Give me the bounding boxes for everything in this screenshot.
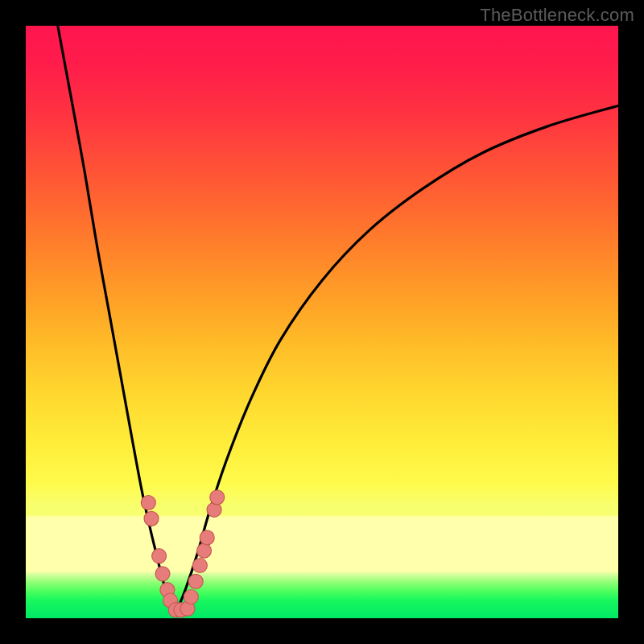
chart-svg bbox=[26, 26, 618, 618]
data-point bbox=[141, 495, 155, 510]
curve-right-branch bbox=[175, 105, 618, 613]
data-point bbox=[188, 574, 203, 588]
data-point bbox=[152, 549, 167, 564]
data-point bbox=[184, 590, 198, 605]
data-point bbox=[155, 567, 170, 581]
data-point bbox=[210, 490, 225, 505]
plot-area bbox=[26, 26, 618, 618]
curve-left-branch bbox=[58, 26, 175, 613]
watermark-text: TheBottleneck.com bbox=[480, 5, 634, 26]
data-point bbox=[192, 559, 207, 573]
chart-frame: TheBottleneck.com bbox=[0, 0, 644, 644]
data-point bbox=[200, 530, 214, 545]
data-point bbox=[197, 543, 212, 558]
data-point bbox=[144, 511, 159, 526]
